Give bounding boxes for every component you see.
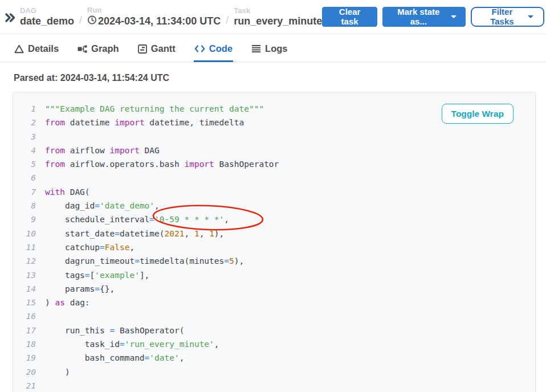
tab-details[interactable]: Details xyxy=(14,36,59,62)
line-content: from datetime import datetime, timedelta xyxy=(45,116,244,129)
line-content: run_this = BashOperator( xyxy=(45,324,184,337)
code-line: 15) as dag: xyxy=(13,296,535,309)
tab-gantt[interactable]: Gantt xyxy=(137,36,176,62)
run-label: Run xyxy=(87,6,221,14)
clear-task-button[interactable]: Clear task xyxy=(322,7,377,27)
line-number: 20 xyxy=(13,365,45,379)
code-line: 21 xyxy=(13,379,535,392)
tab-logs[interactable]: Logs xyxy=(251,36,288,62)
line-number: 18 xyxy=(13,337,45,351)
code-line: 17 run_this = BashOperator( xyxy=(13,324,535,337)
line-number: 13 xyxy=(13,268,45,282)
line-content: dag_id='date_demo', xyxy=(45,199,160,213)
line-content: from airflow.operators.bash import BashO… xyxy=(45,157,279,171)
line-content: ) as dag: xyxy=(45,296,90,309)
line-number: 14 xyxy=(13,282,45,296)
line-number: 17 xyxy=(13,324,45,337)
code-line: 3 xyxy=(13,130,535,144)
code-line: 14 params={}, xyxy=(13,282,535,296)
line-content: with DAG( xyxy=(45,185,90,199)
code-line: 5from airflow.operators.bash import Bash… xyxy=(13,157,535,171)
line-content: start_date=datetime(2021, 1, 1), xyxy=(45,227,224,240)
parsed-at: Parsed at: 2024-03-14, 11:54:24 UTC xyxy=(0,62,546,83)
dag-code-panel: Toggle Wrap 1"""Example DAG returning th… xyxy=(13,92,536,392)
line-number: 11 xyxy=(13,240,45,254)
filter-tasks-label: Filter Tasks xyxy=(482,7,523,26)
line-content: ) xyxy=(45,365,70,379)
line-number: 1 xyxy=(13,102,45,116)
triangle-icon xyxy=(14,44,24,54)
tab-details-label: Details xyxy=(28,43,59,54)
line-number: 8 xyxy=(13,199,45,213)
breadcrumb-run: Run 2024-03-14, 11:34:00 UTC xyxy=(87,6,221,27)
code-line: 20 ) xyxy=(13,365,535,379)
breadcrumb-dag: DAG date_demo xyxy=(20,6,74,27)
caret-down-icon xyxy=(451,15,457,18)
double-chevron-right-icon[interactable] xyxy=(5,13,15,25)
line-number: 2 xyxy=(13,116,45,129)
filter-tasks-button[interactable]: Filter Tasks xyxy=(471,7,544,27)
dag-name[interactable]: date_demo xyxy=(20,15,74,27)
mark-state-as-button[interactable]: Mark state as... xyxy=(382,7,466,27)
line-content: from airflow import DAG xyxy=(45,144,160,157)
line-number: 16 xyxy=(13,309,45,323)
line-content: tags=['example'], xyxy=(45,268,149,282)
code-line: 10 start_date=datetime(2021, 1, 1), xyxy=(13,227,535,240)
code-line: 12 dagrun_timeout=timedelta(minutes=5), xyxy=(13,254,535,268)
graph-icon xyxy=(78,44,87,54)
code-icon xyxy=(194,44,205,53)
logs-icon xyxy=(251,44,261,53)
breadcrumb: DAG date_demo / Run 2024-03-14, 11:34:00… xyxy=(0,0,546,34)
task-action-buttons: Clear task Mark state as... Filter Tasks xyxy=(322,7,545,27)
task-label: Task xyxy=(234,6,322,15)
mark-state-as-label: Mark state as... xyxy=(392,7,446,26)
tab-graph[interactable]: Graph xyxy=(77,36,120,62)
line-number: 21 xyxy=(13,379,45,392)
run-timestamp-text: 2024-03-14, 11:34:00 UTC xyxy=(98,15,221,27)
line-number: 3 xyxy=(13,130,45,144)
code-line: 7with DAG( xyxy=(13,185,535,199)
line-number: 5 xyxy=(13,157,45,171)
code-lines: 1"""Example DAG returning the current da… xyxy=(13,102,535,392)
view-tabs: Details Graph Gantt Code xyxy=(0,36,546,62)
breadcrumb-separator: / xyxy=(226,14,229,27)
code-line: 18 task_id='run_every_minute', xyxy=(13,337,535,351)
gantt-icon xyxy=(138,44,147,54)
line-number: 4 xyxy=(13,144,45,157)
line-number: 12 xyxy=(13,254,45,268)
run-timestamp[interactable]: 2024-03-14, 11:34:00 UTC xyxy=(87,15,221,27)
tab-logs-label: Logs xyxy=(265,43,287,54)
tab-code[interactable]: Code xyxy=(194,36,233,62)
line-number: 15 xyxy=(13,296,45,309)
code-line: 11 catchup=False, xyxy=(13,240,535,254)
clock-icon xyxy=(87,15,97,27)
code-line: 9 schedule_interval='0-59 * * * *', xyxy=(13,213,535,226)
code-line: 19 bash_command='date', xyxy=(13,351,535,365)
code-line: 16 xyxy=(13,309,535,323)
task-name[interactable]: run_every_minute xyxy=(234,15,322,27)
clear-task-label: Clear task xyxy=(331,7,368,26)
caret-down-icon xyxy=(528,15,533,18)
parsed-at-label: Parsed at: xyxy=(14,73,58,83)
parsed-at-value: 2024-03-14, 11:54:24 UTC xyxy=(60,73,169,83)
code-line: 4from airflow import DAG xyxy=(13,144,535,157)
breadcrumb-task: Task run_every_minute xyxy=(234,6,322,27)
line-number: 7 xyxy=(13,185,45,199)
line-number: 10 xyxy=(13,227,45,240)
line-number: 6 xyxy=(13,171,45,185)
line-content: params={}, xyxy=(45,282,115,296)
code-line: 8 dag_id='date_demo', xyxy=(13,199,535,213)
line-number: 9 xyxy=(13,213,45,226)
line-content: catchup=False, xyxy=(45,240,135,254)
breadcrumb-separator: / xyxy=(79,14,82,27)
tab-graph-label: Graph xyxy=(91,43,119,54)
dag-label: DAG xyxy=(20,6,74,15)
code-line: 6 xyxy=(13,171,535,185)
line-number: 19 xyxy=(13,351,45,365)
line-content: dagrun_timeout=timedelta(minutes=5), xyxy=(45,254,244,268)
code-line: 13 tags=['example'], xyxy=(13,268,535,282)
line-content: task_id='run_every_minute', xyxy=(45,337,219,351)
line-content: """Example DAG returning the current dat… xyxy=(45,102,264,116)
toggle-wrap-button[interactable]: Toggle Wrap xyxy=(442,104,514,124)
tab-gantt-label: Gantt xyxy=(151,43,176,54)
